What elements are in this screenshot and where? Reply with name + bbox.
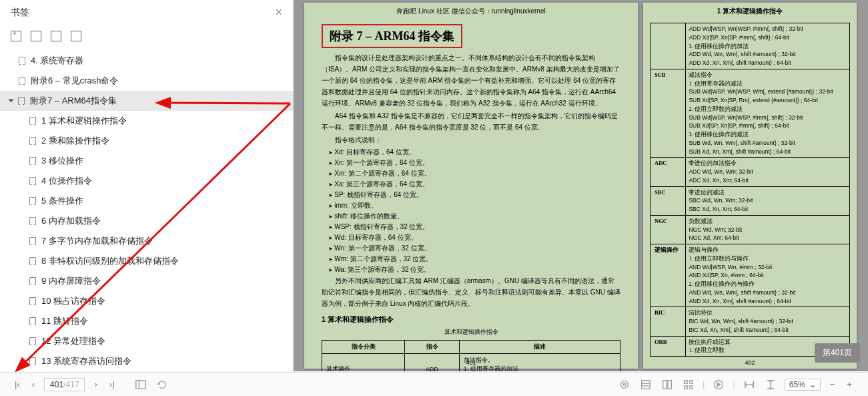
toc-label: 2 乘和除操作指令 <box>41 135 109 147</box>
toc-item[interactable]: 附录7 – ARM64指令集 <box>0 91 293 111</box>
section-heading: 1 算术和逻辑操作指令 <box>322 315 638 325</box>
bookmark-icon <box>19 77 25 85</box>
toc-label: 9 内存屏障指令 <box>41 275 101 287</box>
toc-item[interactable]: 6 内存加载指令 <box>0 211 293 231</box>
fit-width-icon[interactable] <box>742 379 757 391</box>
prev-page-button[interactable]: ‹ <box>29 378 37 391</box>
zoom-out-button[interactable]: − <box>827 378 838 391</box>
bookmark-icon <box>29 297 36 305</box>
svg-rect-11 <box>685 380 688 383</box>
chevron-down-icon: ⌄ <box>809 380 816 389</box>
toc-item[interactable]: 1 算术和逻辑操作指令 <box>0 111 293 131</box>
toc-item[interactable]: 附录6 – 常见crash命令 <box>0 71 293 91</box>
doc-para-end: 另外不同供应商的汇编工具如 ARM 汇编器（armasm）、GNU 编译器等具有… <box>322 275 620 309</box>
svg-rect-14 <box>690 385 693 389</box>
toc-item[interactable]: 9 内存屏障指令 <box>0 271 293 291</box>
bookmark-icon <box>29 157 36 165</box>
toc-label: 13 系统寄存器访问指令 <box>41 355 131 365</box>
toc-label: 7 多字节内存加载和存储指令 <box>41 235 153 247</box>
page-header-right: 1 算术和逻辑操作指令 <box>643 3 857 20</box>
bookmark-tool3-icon[interactable] <box>71 31 81 41</box>
svg-point-5 <box>623 383 626 386</box>
layout1-icon[interactable] <box>638 379 653 391</box>
bookmark-icon <box>29 337 36 345</box>
doc-body: 指令集的设计是处理器架构设计的重点之一。不同体系结构的设计会有不同的指令集架构（… <box>304 52 638 146</box>
toc-label: 5 条件操作 <box>41 195 83 207</box>
bookmark-tool-icon[interactable] <box>31 31 41 41</box>
svg-rect-13 <box>685 385 688 389</box>
table-caption: 算术和逻辑操作指令 <box>304 327 638 337</box>
toc-list: 4. 系统寄存器附录6 – 常见crash命令附录7 – ARM64指令集1 算… <box>0 47 293 365</box>
toc-label: 8 非特权访问级别的加载和存储指令 <box>41 255 179 267</box>
toc-label: 6 内存加载指令 <box>41 215 101 227</box>
toc-item[interactable]: 4. 系统寄存器 <box>0 51 293 71</box>
toc-label: 3 移位操作 <box>41 155 83 167</box>
svg-rect-6 <box>642 380 650 389</box>
grid-icon[interactable] <box>681 379 696 391</box>
bookmark-icon <box>29 217 36 225</box>
close-icon[interactable]: × <box>275 5 282 19</box>
bookmark-icon <box>29 317 36 325</box>
toc-item[interactable]: 3 移位操作 <box>0 151 293 171</box>
toc-label: 12 异常处理指令 <box>41 335 105 347</box>
instruction-table-right: ADD Wd|WSP, Wn|WSP, #imm{, shift} ; 32-b… <box>650 23 850 357</box>
bookmark-icon <box>29 257 36 265</box>
svg-point-4 <box>621 381 628 388</box>
view-mode-icon[interactable] <box>617 379 632 391</box>
layout2-icon[interactable] <box>660 379 675 391</box>
svg-rect-2 <box>135 380 145 389</box>
svg-rect-10 <box>668 380 671 389</box>
appendix-title-box: 附录 7 – ARM64 指令集 <box>322 24 462 48</box>
toc-item[interactable]: 12 异常处理指令 <box>0 331 293 351</box>
toc-label: 附录7 – ARM64指令集 <box>30 95 117 107</box>
add-bookmark-icon[interactable] <box>11 31 21 41</box>
zoom-selector[interactable]: 65% ⌄ <box>785 379 821 391</box>
next-page-button[interactable]: › <box>91 378 99 391</box>
svg-rect-9 <box>663 380 667 389</box>
bookmark-icon <box>29 137 36 145</box>
bookmark-tool2-icon[interactable] <box>51 31 61 41</box>
zoom-in-button[interactable]: + <box>844 378 855 391</box>
toc-item[interactable]: 13 系统寄存器访问指令 <box>0 351 293 365</box>
toc-item[interactable]: 5 条件操作 <box>0 191 293 211</box>
first-page-button[interactable]: |‹ <box>12 378 23 391</box>
bookmark-icon <box>29 277 36 285</box>
bookmark-icon <box>29 357 36 365</box>
page-right: 1 算术和逻辑操作指令 ADD Wd|WSP, Wn|WSP, #imm{, s… <box>643 3 857 369</box>
toc-label: 4. 系统寄存器 <box>31 55 83 67</box>
page-number: 401 <box>304 359 638 366</box>
toc-label: 11 跳转指令 <box>41 315 88 327</box>
page-header: 奔跑吧 Linux 社区 微信公众号：runninglinuxkernel <box>304 3 638 20</box>
doc-list: Xd: 目标寄存器，64 位宽。Xn: 第一个源寄存器，64 位宽。Xm: 第二… <box>304 147 638 275</box>
svg-rect-12 <box>690 380 693 383</box>
bookmark-icon <box>29 117 36 125</box>
bookmark-icon <box>29 237 36 245</box>
bookmark-icon <box>18 97 25 105</box>
bookmark-icon <box>29 177 36 185</box>
play-icon[interactable] <box>711 379 726 391</box>
appendix-title: 附录 7 – ARM64 指令集 <box>330 29 454 43</box>
toc-label: 附录6 – 常见crash命令 <box>31 75 118 87</box>
page-left: 奔跑吧 Linux 社区 微信公众号：runninglinuxkernel 附录… <box>304 3 638 369</box>
toc-item[interactable]: 4 位操作指令 <box>0 171 293 191</box>
bookmark-icon <box>29 197 36 205</box>
toc-item[interactable]: 10 独占访存指令 <box>0 291 293 311</box>
instruction-table: 指令分类指令描述 算术操作ADD加法指令。 1. 使用寄存器的加法 2. 使用立… <box>322 340 620 371</box>
sidebar-toggle-icon[interactable] <box>133 379 148 391</box>
toc-label: 1 算术和逻辑操作指令 <box>41 115 127 127</box>
last-page-button[interactable]: ›| <box>107 378 117 391</box>
rotate-icon[interactable] <box>155 379 169 391</box>
toc-item[interactable]: 8 非特权访问级别的加载和存储指令 <box>0 251 293 271</box>
toc-label: 4 位操作指令 <box>41 175 92 187</box>
toc-item[interactable]: 11 跳转指令 <box>0 311 293 331</box>
toc-item[interactable]: 7 多字节内存加载和存储指令 <box>0 231 293 251</box>
toc-label: 10 独占访存指令 <box>41 295 105 307</box>
document-viewport: 奔跑吧 Linux 社区 微信公众号：runninglinuxkernel 附录… <box>294 0 868 371</box>
sidebar-toolbar <box>0 25 293 47</box>
toc-item[interactable]: 2 乘和除操作指令 <box>0 131 293 151</box>
page-input[interactable]: 401 /417 <box>44 378 85 391</box>
bookmarks-sidebar: 书签 × 4. 系统寄存器附录6 – 常见crash命令附录7 – ARM64指… <box>0 0 294 372</box>
bookmark-icon <box>19 57 25 65</box>
fit-page-icon[interactable] <box>763 379 778 391</box>
bottom-toolbar: |‹ ‹ 401 /417 › ›| | | 65% ⌄ − + <box>0 372 868 396</box>
